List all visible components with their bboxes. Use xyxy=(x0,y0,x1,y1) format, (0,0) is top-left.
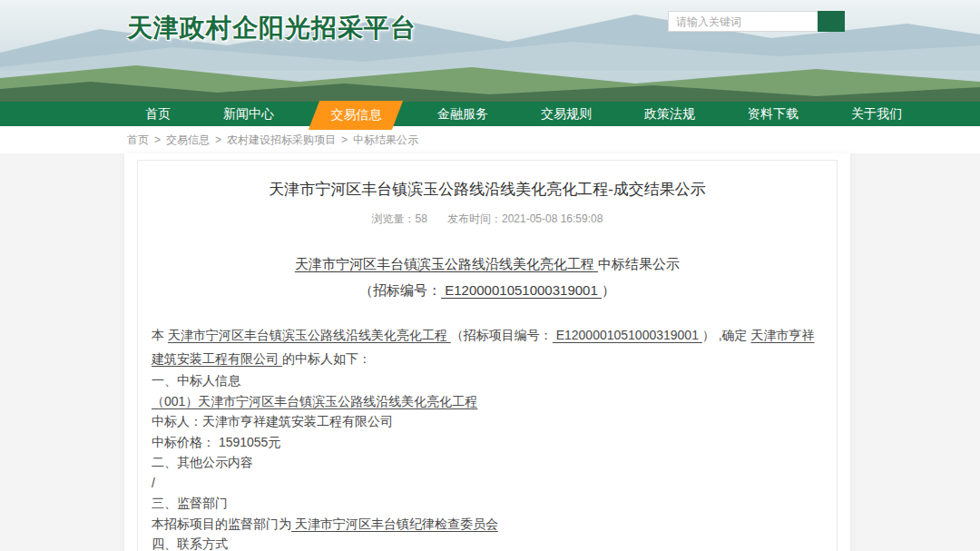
search-box xyxy=(668,11,845,32)
nav-item-about[interactable]: 关于我们 xyxy=(838,102,915,126)
article-meta: 浏览量：58发布时间：2021-05-08 16:59:08 xyxy=(152,212,823,227)
publish-label: 发布时间： xyxy=(447,212,502,225)
section1-title: 一、中标人信息 xyxy=(152,370,823,391)
views-label: 浏览量： xyxy=(372,212,416,225)
nav-item-finance[interactable]: 金融服务 xyxy=(425,102,501,126)
notice-title-line: 天津市宁河区丰台镇滨玉公路线沿线美化亮化工程 中标结果公示 xyxy=(152,254,823,273)
header-banner: 天津政村企阳光招采平台 xyxy=(0,0,980,102)
section3-title: 三、监督部门 xyxy=(152,493,823,514)
breadcrumb-trade-info[interactable]: 交易信息 xyxy=(166,133,210,148)
main-area: 天津市宁河区丰台镇滨玉公路线沿线美化亮化工程-成交结果公示 浏览量：58发布时间… xyxy=(0,153,980,551)
supervision-line: 本招标项目的监督部门为 天津市宁河区丰台镇纪律检查委员会 xyxy=(152,514,823,535)
nav-item-home[interactable]: 首页 xyxy=(132,102,183,126)
publish-time: 2021-05-08 16:59:08 xyxy=(502,212,603,225)
breadcrumb-separator: > xyxy=(215,133,221,146)
views-count: 58 xyxy=(416,212,427,225)
main-nav: 首页 新闻中心 交易信息 金融服务 交易规则 政策法规 资料下载 关于我们 xyxy=(0,102,980,126)
notice-heading: 天津市宁河区丰台镇滨玉公路线沿线美化亮化工程 中标结果公示 （招标编号： E12… xyxy=(152,254,823,300)
winner-line: 中标人：天津市亨祥建筑安装工程有限公司 xyxy=(152,411,823,432)
nav-item-news[interactable]: 新闻中心 xyxy=(211,102,287,126)
intro-paragraph: 本 天津市宁河区丰台镇滨玉公路线沿线美化亮化工程 （招标项目编号： E12000… xyxy=(152,323,823,370)
page: 天津政村企阳光招采平台 首页 新闻中心 交易信息 金融服务 交易规则 政策法规 … xyxy=(0,0,980,551)
nav-item-trade-rules[interactable]: 交易规则 xyxy=(528,102,604,126)
search-button[interactable] xyxy=(818,11,845,32)
section2-content: / xyxy=(152,473,823,494)
breadcrumb-separator: > xyxy=(154,133,161,146)
section1-item: （001）天津市宁河区丰台镇滨玉公路线沿线美化亮化工程 xyxy=(152,391,823,412)
breadcrumb-rural-projects[interactable]: 农村建设招标采购项目 xyxy=(227,133,336,148)
breadcrumb: 首页 > 交易信息 > 农村建设招标采购项目 > 中标结果公示 xyxy=(0,126,980,153)
breadcrumb-home[interactable]: 首页 xyxy=(127,133,149,148)
section2-title: 二、其他公示内容 xyxy=(152,452,823,473)
article-body: 一、中标人信息 （001）天津市宁河区丰台镇滨玉公路线沿线美化亮化工程 中标人：… xyxy=(152,370,823,551)
site-title: 天津政村企阳光招采平台 xyxy=(127,11,416,45)
nav-item-policies[interactable]: 政策法规 xyxy=(632,102,708,126)
tender-number-line: （招标编号： E1200001051000319001 ） xyxy=(152,280,823,300)
nav-item-trade-info[interactable]: 交易信息 xyxy=(309,101,403,130)
price-line: 中标价格： 1591055元 xyxy=(152,432,823,453)
content-card: 天津市宁河区丰台镇滨玉公路线沿线美化亮化工程-成交结果公示 浏览量：58发布时间… xyxy=(124,153,850,551)
breadcrumb-separator: > xyxy=(341,133,348,146)
article-box: 天津市宁河区丰台镇滨玉公路线沿线美化亮化工程-成交结果公示 浏览量：58发布时间… xyxy=(137,160,838,551)
breadcrumb-current: 中标结果公示 xyxy=(353,133,418,148)
page-title: 天津市宁河区丰台镇滨玉公路线沿线美化亮化工程-成交结果公示 xyxy=(152,179,823,201)
section4-title: 四、联系方式 xyxy=(152,534,823,551)
nav-item-downloads[interactable]: 资料下载 xyxy=(735,102,811,126)
